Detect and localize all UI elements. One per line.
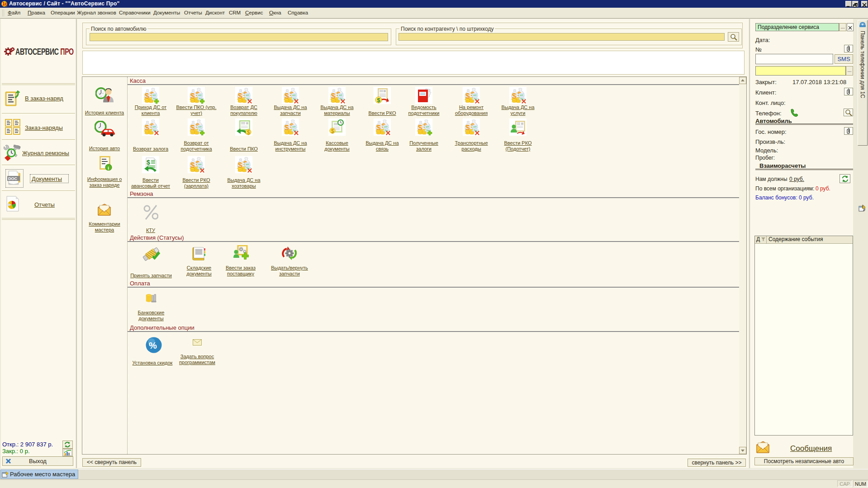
svg-text:DOC: DOC [8,176,18,181]
svg-text:1с: 1с [2,1,8,6]
